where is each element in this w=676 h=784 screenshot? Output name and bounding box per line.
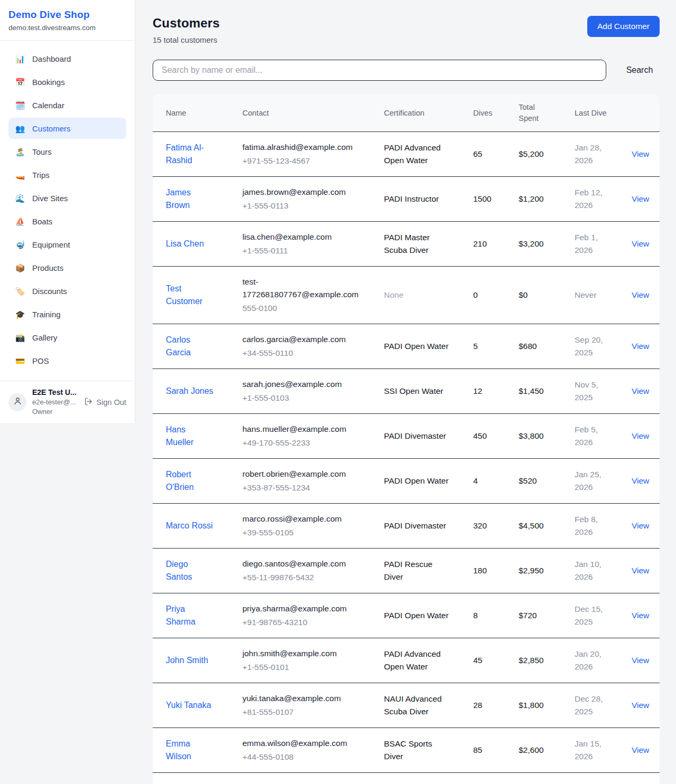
customer-certification: PADI Master Scuba Diver (371, 222, 460, 267)
customer-email: fatima.alrashid@example.com (242, 141, 363, 154)
sidebar-item-dashboard[interactable]: 📊Dashboard (8, 48, 126, 69)
customer-certification: PADI Advanced Open Water (371, 773, 460, 784)
view-link[interactable]: View (632, 656, 649, 665)
customer-name-link[interactable]: Carlos Garcia (166, 334, 214, 359)
view-link[interactable]: View (632, 290, 649, 299)
customer-certification: PADI Advanced Open Water (371, 132, 460, 177)
add-customer-button[interactable]: Add Customer (587, 16, 660, 37)
customer-last-dive: Feb 1, 2026 (561, 222, 618, 267)
sailboat-icon: ⛵ (15, 218, 25, 225)
view-link[interactable]: View (632, 745, 649, 754)
view-link[interactable]: View (632, 149, 649, 158)
sign-out-button[interactable]: Sign Out (84, 397, 126, 408)
sidebar-item-label: Boats (32, 217, 52, 226)
customer-dives: 210 (460, 222, 505, 267)
customer-name-link[interactable]: Yuki Tanaka (166, 699, 211, 712)
sidebar-item-label: Bookings (32, 78, 65, 87)
customer-name-link[interactable]: Sarah Jones (166, 385, 213, 398)
sidebar: Demo Dive Shop demo.test.divestreams.com… (0, 0, 135, 423)
view-link[interactable]: View (632, 611, 649, 620)
customer-total-spent: $3,200 (505, 222, 561, 267)
sidebar-item-tours[interactable]: 🏝️Tours (8, 141, 126, 162)
view-link[interactable]: View (632, 431, 649, 440)
view-link[interactable]: View (632, 342, 649, 351)
view-link[interactable]: View (632, 566, 649, 575)
sidebar-item-products[interactable]: 📦Products (8, 257, 126, 278)
customer-dives: 65 (460, 132, 505, 177)
people-icon: 👥 (15, 125, 25, 133)
sidebar-item-trips[interactable]: 🚤Trips (8, 164, 126, 185)
sidebar-item-calendar[interactable]: 🗓️Calendar (8, 95, 126, 116)
sidebar-item-training[interactable]: 🎓Training (8, 304, 126, 325)
column-header: Certification (371, 95, 460, 132)
table-row: Fatima Al-Rashidfatima.alrashid@example.… (153, 132, 660, 177)
view-link[interactable]: View (632, 239, 649, 248)
sidebar-item-boats[interactable]: ⛵Boats (8, 211, 126, 232)
customer-dives: 85 (460, 728, 505, 773)
customer-email: diego.santos@example.com (242, 558, 363, 570)
customer-certification: None (371, 267, 460, 324)
customer-phone: +81-555-0107 (242, 706, 363, 719)
customers-table-body: Fatima Al-Rashidfatima.alrashid@example.… (153, 132, 660, 784)
sidebar-item-equipment[interactable]: 🤿Equipment (8, 234, 126, 255)
sidebar-item-label: POS (32, 356, 49, 365)
customer-name-link[interactable]: Emma Wilson (166, 738, 214, 763)
island-icon: 🏝️ (15, 148, 25, 156)
customer-email: robert.obrien@example.com (242, 468, 363, 480)
customer-last-dive: Dec 28, 2025 (561, 683, 618, 728)
logout-icon (84, 397, 93, 408)
customer-email: carlos.garcia@example.com (242, 333, 363, 346)
customer-last-dive: Dec 15, 2025 (561, 593, 618, 638)
view-link[interactable]: View (632, 386, 649, 395)
brand-name: Demo Dive Shop (8, 9, 126, 21)
customer-name-link[interactable]: Marco Rossi (166, 519, 213, 532)
customer-email: lisa.chen@example.com (242, 231, 363, 243)
calendar-date-icon: 📅 (15, 78, 25, 86)
main-content: Customers 15 total customers Add Custome… (135, 0, 676, 784)
customer-total-spent: $1,450 (505, 369, 561, 414)
user-box: E2E Test U... e2e-tester@... Owner Sign … (0, 381, 135, 423)
customer-name-link[interactable]: Hans Mueller (166, 423, 214, 449)
view-link[interactable]: View (632, 194, 649, 203)
customer-total-spent: $3,800 (505, 414, 561, 459)
sidebar-item-dive-sites[interactable]: 🌊Dive Sites (8, 187, 126, 209)
customer-dives: 12 (460, 369, 505, 414)
view-link[interactable]: View (632, 476, 649, 485)
customer-name-link[interactable]: Fatima Al-Rashid (166, 141, 214, 167)
sidebar-item-label: Dive Sites (32, 194, 68, 203)
customer-name-link[interactable]: Robert O'Brien (166, 468, 214, 494)
customer-name-link[interactable]: John Smith (166, 654, 208, 667)
view-link[interactable]: View (632, 701, 649, 710)
brand-domain: demo.test.divestreams.com (8, 24, 126, 32)
sidebar-item-gallery[interactable]: 📸Gallery (8, 327, 126, 348)
sidebar-item-label: Training (32, 310, 61, 319)
customer-total-spent: $720 (505, 593, 561, 638)
customer-certification: SSI Open Water (371, 369, 460, 414)
customer-email: sarah.jones@example.com (242, 378, 363, 391)
sidebar-item-pos[interactable]: 💳POS (8, 350, 126, 371)
sidebar-nav: 📊Dashboard📅Bookings🗓️Calendar👥Customers🏝… (0, 41, 135, 381)
customer-phone: +1-555-0101 (242, 661, 363, 674)
customer-total-spent: $2,850 (505, 638, 561, 683)
search-button[interactable]: Search (619, 61, 660, 79)
customer-email: yuki.tanaka@example.com (242, 692, 363, 705)
customer-name-link[interactable]: James Brown (166, 186, 214, 212)
sidebar-item-discounts[interactable]: 🏷️Discounts (8, 280, 126, 301)
customer-name-link[interactable]: Priya Sharma (166, 603, 214, 628)
column-header: Name (153, 95, 229, 132)
customer-name-link[interactable]: Test Customer (166, 282, 214, 308)
customer-name-link[interactable]: Lisa Chen (166, 238, 204, 250)
customer-certification: PADI Advanced Open Water (371, 638, 460, 683)
customer-last-dive: Jan 25, 2026 (561, 459, 618, 504)
sidebar-item-label: Gallery (32, 333, 58, 342)
search-input[interactable] (153, 60, 606, 81)
customer-count: 15 total customers (153, 35, 220, 44)
sidebar-item-customers[interactable]: 👥Customers (8, 118, 126, 139)
sidebar-item-bookings[interactable]: 📅Bookings (8, 71, 126, 92)
table-row: John Smithjohn.smith@example.com+1-555-0… (153, 638, 660, 683)
customer-name-link[interactable]: Diego Santos (166, 558, 214, 583)
customer-certification: PADI Open Water (371, 593, 460, 638)
view-link[interactable]: View (632, 521, 649, 530)
package-icon: 📦 (15, 264, 25, 272)
diving-mask-icon: 🤿 (15, 241, 25, 249)
